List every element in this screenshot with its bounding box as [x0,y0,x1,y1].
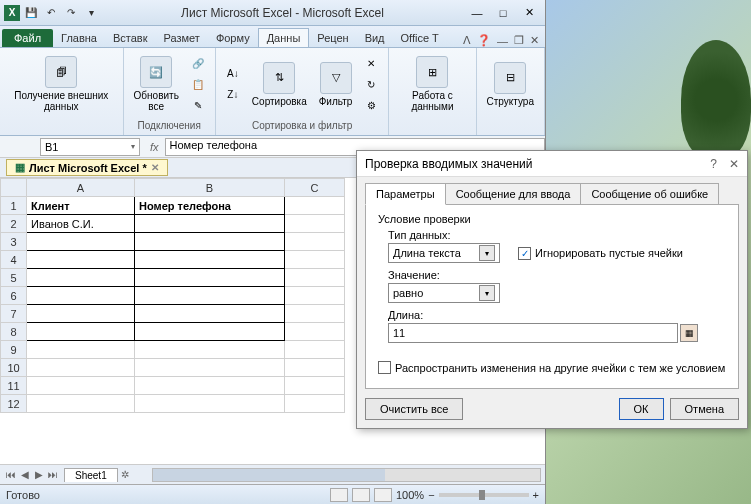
undo-icon[interactable]: ↶ [42,4,60,22]
clear-all-button[interactable]: Очистить все [365,398,463,420]
dialog-close-icon[interactable]: ✕ [729,157,739,171]
filter-button[interactable]: ▽ Фильтр [315,60,357,109]
row-header[interactable]: 12 [1,395,27,413]
edit-links-icon[interactable]: ✎ [187,95,209,115]
tab-data[interactable]: Данны [258,28,310,47]
doc-restore-icon[interactable]: ❐ [514,34,524,47]
cell[interactable] [135,269,285,287]
ok-button[interactable]: ОК [619,398,664,420]
ignore-blank-checkbox[interactable]: ✓ Игнорировать пустые ячейки [518,247,683,260]
col-header-c[interactable]: C [285,179,345,197]
reapply-icon[interactable]: ↻ [360,74,382,94]
cancel-button[interactable]: Отмена [670,398,739,420]
cell[interactable] [135,377,285,395]
range-select-icon[interactable]: ▦ [680,324,698,342]
fx-icon[interactable]: fx [144,141,165,153]
cell[interactable] [27,359,135,377]
cell[interactable] [135,395,285,413]
cell[interactable] [135,341,285,359]
tab-formulas[interactable]: Форму [208,29,258,47]
row-header[interactable]: 3 [1,233,27,251]
apply-all-checkbox[interactable]: Распространить изменения на другие ячейк… [378,361,725,374]
cell[interactable] [135,287,285,305]
cell[interactable] [27,395,135,413]
cell[interactable] [27,287,135,305]
cell[interactable] [27,323,135,341]
tab-file[interactable]: Файл [2,29,53,47]
page-break-icon[interactable] [374,488,392,502]
zoom-level[interactable]: 100% [396,489,424,501]
cell[interactable] [135,359,285,377]
qat-dropdown-icon[interactable]: ▾ [82,4,100,22]
row-header[interactable]: 7 [1,305,27,323]
tab-office[interactable]: Office T [393,29,447,47]
row-header[interactable]: 8 [1,323,27,341]
tab-insert[interactable]: Вставк [105,29,156,47]
cell[interactable] [285,377,345,395]
zoom-in-icon[interactable]: + [533,489,539,501]
cell[interactable] [135,215,285,233]
cell[interactable] [27,251,135,269]
cell[interactable] [285,269,345,287]
sheet-tab[interactable]: Sheet1 [64,468,118,482]
cell[interactable] [285,305,345,323]
dialog-help-icon[interactable]: ? [710,157,717,171]
row-header[interactable]: 10 [1,359,27,377]
row-header[interactable]: 11 [1,377,27,395]
zoom-out-icon[interactable]: − [428,489,434,501]
sort-button[interactable]: ⇅ Сортировка [248,60,311,109]
maximize-icon[interactable]: □ [491,4,515,22]
tab-home[interactable]: Главна [53,29,105,47]
workbook-close-icon[interactable]: ✕ [151,162,159,173]
cell[interactable]: Номер телефона [135,197,285,215]
row-header[interactable]: 6 [1,287,27,305]
cell[interactable] [285,323,345,341]
cell[interactable] [135,305,285,323]
cell[interactable] [135,323,285,341]
col-header-b[interactable]: B [135,179,285,197]
cell[interactable] [285,197,345,215]
col-header-a[interactable]: A [27,179,135,197]
length-input[interactable]: 11 [388,323,678,343]
cell[interactable] [285,359,345,377]
cell[interactable] [285,251,345,269]
new-sheet-icon[interactable]: ✲ [118,469,132,480]
row-header[interactable]: 9 [1,341,27,359]
page-layout-icon[interactable] [352,488,370,502]
row-header[interactable]: 2 [1,215,27,233]
minimize-icon[interactable]: — [465,4,489,22]
connections-icon[interactable]: 🔗 [187,53,209,73]
properties-icon[interactable]: 📋 [187,74,209,94]
dialog-titlebar[interactable]: Проверка вводимых значений ? ✕ [357,151,747,177]
cell[interactable] [285,287,345,305]
sort-za-icon[interactable]: Z↓ [222,85,244,105]
allow-dropdown[interactable]: Длина текста ▾ [388,243,500,263]
doc-close-icon[interactable]: ✕ [530,34,539,47]
sheet-nav-first-icon[interactable]: ⏮ [4,469,18,480]
advanced-icon[interactable]: ⚙ [360,95,382,115]
tab-input-message[interactable]: Сообщение для ввода [445,183,582,205]
cell[interactable]: Клиент [27,197,135,215]
zoom-slider[interactable] [439,493,529,497]
tab-review[interactable]: Рецен [309,29,356,47]
normal-view-icon[interactable] [330,488,348,502]
redo-icon[interactable]: ↷ [62,4,80,22]
sheet-nav-prev-icon[interactable]: ◀ [18,469,32,480]
cell[interactable]: Иванов С.И. [27,215,135,233]
help-icon[interactable]: ❓ [477,34,491,47]
cell[interactable] [285,233,345,251]
cell[interactable] [27,305,135,323]
tab-error-alert[interactable]: Сообщение об ошибке [580,183,719,205]
clear-filter-icon[interactable]: ✕ [360,53,382,73]
cell[interactable] [285,215,345,233]
close-icon[interactable]: ✕ [517,4,541,22]
cell[interactable] [135,233,285,251]
tab-parameters[interactable]: Параметры [365,183,446,205]
outline-button[interactable]: ⊟ Структура [483,60,538,109]
sheet-nav-last-icon[interactable]: ⏭ [46,469,60,480]
cell[interactable] [285,395,345,413]
sheet-nav-next-icon[interactable]: ▶ [32,469,46,480]
tab-layout[interactable]: Размет [156,29,208,47]
row-header[interactable]: 1 [1,197,27,215]
cell[interactable] [27,377,135,395]
